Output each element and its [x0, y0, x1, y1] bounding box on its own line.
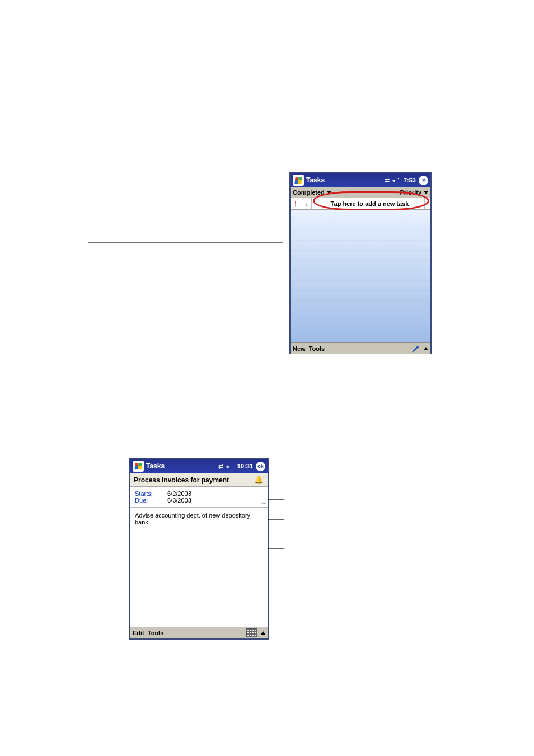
filter-label: Completed: [293, 189, 325, 196]
pencil-icon[interactable]: [411, 344, 420, 353]
close-icon: ✕: [421, 177, 426, 183]
footer-divider: [83, 693, 448, 693]
menu-new[interactable]: New: [293, 345, 306, 352]
reminder-icon: 🔔: [254, 476, 263, 484]
section-divider: [88, 172, 283, 172]
collapse-icon[interactable]: ︽: [261, 499, 266, 506]
connectivity-icon[interactable]: ⇄: [385, 177, 390, 184]
task-dates-block[interactable]: Starts: 6/2/2003 Due: 6/3/2003 ︽: [130, 487, 268, 507]
menu-tools[interactable]: Tools: [309, 345, 325, 352]
app-title: Tasks: [146, 462, 167, 470]
starts-value: 6/2/2003: [167, 490, 191, 497]
sort-column-icon[interactable]: ↓: [301, 198, 312, 209]
filter-bar: Completed Priority: [291, 187, 430, 198]
windows-flag-icon: [294, 177, 302, 184]
annotation-line: [268, 519, 284, 520]
titlebar: Tasks ⇄ ◂⋮ 7:53 ✕: [291, 173, 430, 187]
entry-right-spacer: [424, 198, 430, 209]
filter-dropdown[interactable]: Completed: [293, 189, 331, 196]
ok-label: ok: [257, 463, 264, 469]
annotation-line: [268, 499, 284, 500]
new-task-input[interactable]: Tap here to add a new task: [312, 198, 424, 209]
clock[interactable]: 10:31: [237, 463, 253, 469]
svg-marker-0: [413, 346, 419, 352]
ok-button[interactable]: ok: [256, 462, 265, 471]
task-list-body[interactable]: [291, 210, 430, 342]
sort-label: Priority: [400, 189, 421, 196]
chevron-down-icon: [327, 191, 331, 194]
command-bar: Edit Tools: [130, 627, 268, 638]
starts-label: Starts:: [135, 490, 160, 497]
new-task-entry-row: ! ↓ Tap here to add a new task: [291, 198, 430, 210]
section-divider: [88, 242, 283, 243]
titlebar: Tasks ⇄ ◂⋮ 10:31 ok: [130, 459, 268, 473]
command-bar: New Tools: [291, 342, 430, 354]
close-button[interactable]: ✕: [419, 176, 428, 185]
annotation-line: [138, 638, 138, 655]
start-button[interactable]: [133, 461, 144, 472]
windows-flag-icon: [134, 463, 142, 469]
app-title: Tasks: [306, 176, 327, 184]
task-name: Process invoices for payment: [134, 476, 229, 484]
device-task-detail: Tasks ⇄ ◂⋮ 10:31 ok Process invoices for…: [129, 458, 269, 640]
start-button[interactable]: [293, 175, 304, 186]
priority-column-icon[interactable]: !: [291, 198, 301, 209]
device-tasks-list: Tasks ⇄ ◂⋮ 7:53 ✕ Completed Priority ! ↓…: [289, 172, 432, 354]
volume-icon[interactable]: ◂⋮: [392, 177, 401, 184]
detail-blank-area: [130, 530, 268, 627]
keyboard-icon[interactable]: [246, 628, 257, 637]
menu-edit[interactable]: Edit: [133, 630, 144, 636]
task-summary-header[interactable]: Process invoices for payment 🔔: [130, 473, 268, 487]
chevron-down-icon: [424, 191, 428, 194]
clock[interactable]: 7:53: [404, 177, 416, 184]
annotation-line: [268, 548, 284, 549]
due-value: 6/3/2003: [167, 497, 191, 504]
due-label: Due:: [135, 497, 160, 504]
connectivity-icon[interactable]: ⇄: [218, 463, 223, 470]
volume-icon[interactable]: ◂⋮: [226, 463, 235, 470]
sip-arrow-icon[interactable]: [424, 347, 428, 350]
menu-tools[interactable]: Tools: [148, 630, 164, 636]
sip-arrow-icon[interactable]: [261, 631, 265, 635]
task-note[interactable]: Advise accounting dept. of new depositor…: [130, 507, 268, 530]
sort-dropdown[interactable]: Priority: [400, 189, 428, 196]
